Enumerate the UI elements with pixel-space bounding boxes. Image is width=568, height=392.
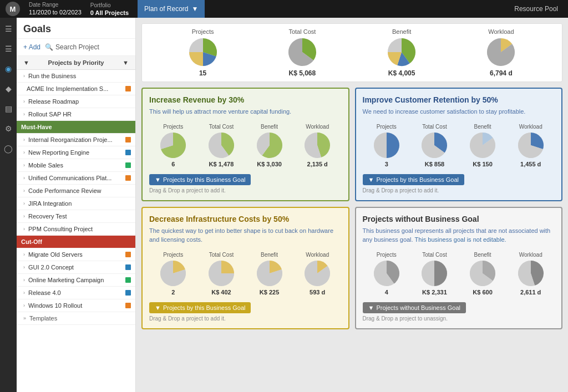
workload-pie: Workload 593 d (303, 252, 331, 296)
item-label: Templates (29, 315, 57, 322)
filter-icon: ▼ (155, 304, 161, 311)
list-item[interactable]: »Templates (17, 312, 135, 325)
filter-icon[interactable]: ▼ (123, 59, 129, 66)
item-label: Windows 10 Rollout (28, 302, 82, 309)
circle-icon[interactable]: ◯ (0, 142, 17, 155)
cost-value: K$ 402 (211, 289, 231, 296)
drag-drop-hint: Drag & Drop a project to add it. (149, 187, 342, 194)
list-item[interactable]: Cut-Off (17, 236, 135, 248)
goal-card-retention: Improve Customer Retention by 50% We nee… (355, 88, 563, 201)
search-button[interactable]: 🔍 Search Project (45, 43, 99, 51)
color-indicator (125, 290, 131, 296)
workload-pie: Workload 2,135 d (303, 124, 331, 167)
filter-button[interactable]: ▼ Projects by this Business Goal (149, 174, 251, 185)
list-item[interactable]: ›JIRA Integration (17, 197, 135, 210)
benefit-value: K$ 3,030 (257, 161, 282, 167)
arrow-icon: › (23, 73, 25, 79)
top-nav-left: M Date Range 11/2020 to 02/2023 Portfoli… (6, 0, 205, 18)
pie-slice (388, 38, 402, 52)
summary-label: Total Cost (288, 28, 316, 35)
top-nav: M Date Range 11/2020 to 02/2023 Portfoli… (0, 0, 568, 18)
list-header-icon: ▼ (23, 59, 29, 66)
list-item[interactable]: ›Release 4.0 (17, 287, 135, 299)
list-item[interactable]: ›GUI 2.0 Concept (17, 261, 135, 274)
item-label: Unified Communications Plat... (28, 175, 111, 181)
list-item[interactable]: ›Mobile Sales (17, 159, 135, 172)
summary-label: Benefit (392, 28, 411, 35)
list-item[interactable]: ›Code Performance Review (17, 185, 135, 197)
list-item[interactable]: ›Internal Reorganization Proje... (17, 134, 135, 146)
projects-pie: Projects 4 (373, 252, 400, 296)
list-item[interactable]: ›Rollout SAP HR (17, 108, 135, 121)
projects-pie-label: Projects (163, 124, 183, 130)
item-label: PPM Consulting Project (28, 226, 93, 232)
list-item[interactable]: ›New Reporting Engine (17, 146, 135, 159)
sidebar-title: Goals (17, 18, 135, 39)
list-item[interactable]: ›PPM Consulting Project (17, 223, 135, 236)
color-indicator (125, 277, 131, 283)
pie-chart (159, 131, 187, 159)
project-list-header: ▼ Projects by Priority ▼ (17, 56, 135, 70)
list-item[interactable]: Must-Have (17, 121, 135, 134)
pie-slice (434, 261, 447, 286)
plan-of-record-chevron: ▼ (192, 5, 199, 13)
pie-chart (373, 259, 400, 287)
benefit-pie: Benefit K$ 600 (469, 252, 496, 296)
drag-drop-hint: Drag & Drop a project to add it. (149, 315, 342, 322)
workload-pie-label: Workload (306, 252, 329, 258)
date-range-label: Date Range (29, 1, 82, 8)
filter-button[interactable]: ▼ Projects by this Business Goal (363, 174, 464, 185)
plan-of-record-btn[interactable]: Plan of Record ▼ (138, 0, 205, 18)
menu-icon[interactable]: ☰ (0, 22, 17, 35)
list-item[interactable]: ›Recovery Test (17, 210, 135, 223)
goal-card-revenue: Increase Revenue by 30% This will help u… (141, 88, 349, 201)
list-item[interactable]: ›Release Roadmap (17, 95, 135, 108)
filter-button[interactable]: ▼ Projects by this Business Goal (149, 302, 251, 313)
search-icon: 🔍 (45, 43, 53, 51)
goal-chart-row: Projects 4 Total Cost K$ 2,331 Benefit K… (363, 248, 555, 299)
benefit-pie: Benefit K$ 3,030 (256, 124, 283, 167)
diamond-icon[interactable]: ◆ (0, 82, 17, 95)
projects-pie-label: Projects (377, 124, 397, 130)
goals-nav-icon[interactable]: ◉ (0, 62, 17, 75)
goal-card-noBizGoal: Projects without Business Goal This busi… (355, 207, 563, 329)
add-button[interactable]: + Add (23, 43, 40, 51)
arrow-icon: › (23, 277, 25, 283)
resource-pool-btn[interactable]: Resource Pool (514, 5, 562, 13)
drag-drop-hint: Drag & Drop a project to add it. (363, 187, 555, 194)
item-label: Rollout SAP HR (28, 111, 72, 118)
benefit-value: K$ 600 (473, 289, 492, 296)
benefit-pie-label: Benefit (261, 252, 278, 258)
item-label: Recovery Test (28, 213, 67, 220)
goals-grid: Increase Revenue by 30% This will help u… (141, 88, 562, 329)
goal-card-infrastructure: Decrease Infrastructure Costs by 50% The… (141, 207, 349, 329)
settings-icon[interactable]: ⚙ (0, 122, 17, 135)
app-logo[interactable]: M (6, 2, 20, 16)
item-label: Internal Reorganization Proje... (28, 136, 113, 143)
list-item[interactable]: ›Windows 10 Rollout (17, 299, 135, 312)
drag-drop-hint: Drag & Drop a project to unassign. (363, 315, 555, 322)
pie-chart (469, 259, 496, 287)
nav-icon-1[interactable]: ☰ (0, 42, 17, 55)
projects-value: 2 (171, 289, 175, 296)
list-item[interactable]: ›Migrate Old Servers (17, 248, 135, 261)
cost-pie: Total Cost K$ 402 (207, 252, 235, 296)
list-item[interactable]: ›Online Marketing Campaign (17, 274, 135, 287)
pie-chart (256, 131, 283, 159)
summary-bar: Projects 15 Total Cost K$ 5,068 Benefit … (141, 23, 562, 82)
workload-pie: Workload 1,455 d (517, 124, 545, 167)
workload-value: 2,135 d (307, 161, 328, 167)
cost-pie-label: Total Cost (422, 124, 447, 130)
arrow-icon: › (23, 150, 25, 155)
list-item[interactable]: ›Unified Communications Plat... (17, 172, 135, 185)
doc-icon[interactable]: ▤ (0, 102, 17, 115)
filter-button[interactable]: ▼ Projects without Business Goal (363, 302, 466, 313)
search-label: Search Project (55, 43, 99, 51)
benefit-pie-label: Benefit (261, 124, 278, 130)
goal-description: We need to increase customer satisfactio… (363, 108, 555, 116)
list-item[interactable]: ACME Inc Implementation S... (17, 83, 135, 95)
arrow-icon: › (23, 303, 25, 308)
portfolio-value: 0 All Projects (90, 9, 129, 17)
list-item[interactable]: ›Run the Business (17, 70, 135, 83)
cost-pie: Total Cost K$ 1,478 (207, 124, 235, 167)
